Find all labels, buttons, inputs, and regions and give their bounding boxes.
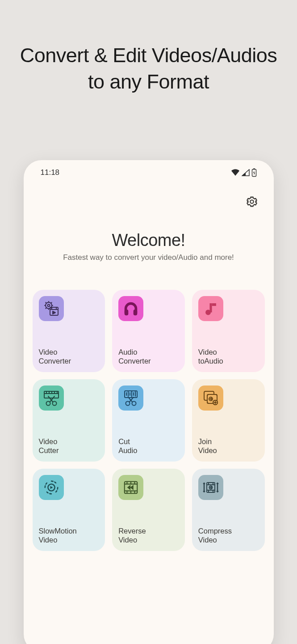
gear-icon	[246, 195, 258, 208]
reverse-video-icon	[118, 475, 143, 500]
svg-rect-1	[253, 169, 255, 170]
tile-cut-audio[interactable]: Cut Audio	[112, 379, 185, 462]
tile-video-cutter[interactable]: Video Cutter	[33, 379, 105, 462]
promo-title: Convert & Edit Videos/Audios to any Form…	[0, 0, 297, 95]
phone-frame: 11:18 Welcome! Fastest way to convert yo…	[24, 160, 274, 644]
compress-video-icon	[198, 475, 223, 500]
wifi-icon	[231, 169, 240, 176]
slow-motion-icon	[39, 475, 64, 500]
video-to-audio-icon	[198, 296, 223, 321]
welcome-block: Welcome! Fastest way to convert your vid…	[33, 231, 265, 263]
tile-label: Video Cutter	[39, 437, 99, 455]
tile-label: Reverse Video	[118, 526, 179, 545]
svg-rect-6	[125, 309, 129, 315]
tile-label: SlowMotion Video	[39, 526, 99, 545]
svg-point-2	[250, 200, 253, 203]
page-title: Welcome!	[33, 231, 265, 250]
signal-icon	[242, 169, 250, 176]
tile-video-to-audio[interactable]: Video toAudio	[192, 290, 265, 372]
page-subtitle: Fastest way to convert your video/Audio …	[33, 253, 265, 263]
status-bar: 11:18	[33, 160, 265, 185]
tile-label: Video toAudio	[198, 347, 259, 366]
settings-button[interactable]	[244, 194, 259, 209]
tile-label: Audio Converter	[118, 347, 179, 366]
tile-join-video[interactable]: Join Video	[192, 379, 265, 462]
tools-grid: Video Converter Audio Converter	[33, 290, 265, 551]
tile-compress-video[interactable]: Compress Video	[192, 469, 265, 551]
join-video-icon	[198, 386, 223, 411]
svg-rect-9	[209, 303, 212, 312]
battery-icon	[251, 168, 257, 177]
tile-audio-converter[interactable]: Audio Converter	[112, 290, 185, 372]
tile-slow-motion-video[interactable]: SlowMotion Video	[33, 469, 105, 551]
tile-label: Video Converter	[39, 347, 99, 366]
status-time: 11:18	[41, 168, 60, 177]
svg-point-4	[47, 304, 50, 306]
audio-converter-icon	[118, 296, 143, 321]
tile-label: Join Video	[198, 437, 259, 455]
status-icons	[231, 168, 257, 177]
tile-video-converter[interactable]: Video Converter	[33, 290, 105, 372]
tile-label: Compress Video	[198, 526, 259, 545]
video-converter-icon	[39, 296, 64, 321]
tile-reverse-video[interactable]: Reverse Video	[112, 469, 185, 551]
video-cutter-icon	[39, 386, 64, 411]
cut-audio-icon	[118, 386, 143, 411]
svg-rect-7	[134, 309, 138, 315]
tile-label: Cut Audio	[118, 437, 179, 455]
